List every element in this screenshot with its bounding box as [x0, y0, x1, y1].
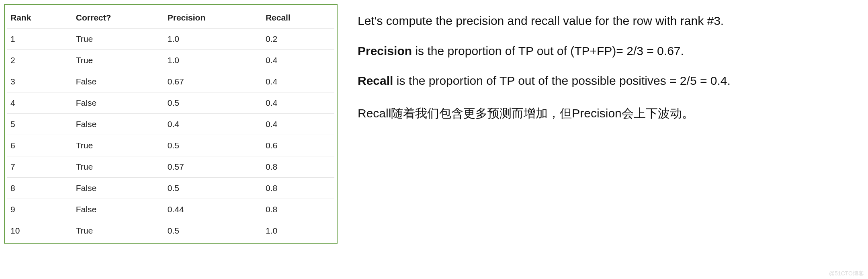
cjk-summary: Recall随着我们包含更多预测而增加，但Precision会上下波动。 — [358, 103, 848, 123]
precision-explanation: Precision is the proportion of TP out of… — [358, 43, 848, 59]
cell-rank: 10 — [7, 220, 73, 242]
precision-label: Precision — [358, 44, 412, 57]
cell-rank: 5 — [7, 114, 73, 135]
cell-recall: 0.8 — [262, 156, 334, 178]
recall-label: Recall — [358, 74, 393, 87]
cell-rank: 9 — [7, 199, 73, 220]
cell-precision: 1.0 — [164, 29, 262, 50]
table-row: 3False0.670.4 — [7, 71, 334, 92]
cell-rank: 1 — [7, 29, 73, 50]
cell-recall: 0.8 — [262, 178, 334, 199]
precision-body: is the proportion of TP out of (TP+FP)= … — [412, 44, 684, 57]
precision-recall-table: Rank Correct? Precision Recall 1True1.00… — [7, 7, 334, 241]
cell-correct: True — [73, 50, 164, 71]
table-row: 1True1.00.2 — [7, 29, 334, 50]
table-row: 4False0.50.4 — [7, 92, 334, 114]
table-row: 9False0.440.8 — [7, 199, 334, 220]
cell-precision: 0.5 — [164, 135, 262, 156]
explanation-panel: Let's compute the precision and recall v… — [338, 4, 864, 275]
cell-rank: 3 — [7, 71, 73, 92]
cell-precision: 0.44 — [164, 199, 262, 220]
cell-precision: 0.4 — [164, 114, 262, 135]
cell-rank: 8 — [7, 178, 73, 199]
header-correct: Correct? — [73, 7, 164, 29]
table-border: Rank Correct? Precision Recall 1True1.00… — [4, 4, 338, 244]
cell-recall: 0.4 — [262, 92, 334, 114]
cell-rank: 6 — [7, 135, 73, 156]
table-row: 2True1.00.4 — [7, 50, 334, 71]
cell-precision: 0.5 — [164, 220, 262, 242]
table-row: 8False0.50.8 — [7, 178, 334, 199]
cell-correct: True — [73, 156, 164, 178]
watermark-text: @51CTO博客 — [829, 270, 864, 277]
header-precision: Precision — [164, 7, 262, 29]
cell-recall: 0.4 — [262, 71, 334, 92]
cell-correct: False — [73, 199, 164, 220]
intro-text: Let's compute the precision and recall v… — [358, 13, 848, 29]
cell-rank: 4 — [7, 92, 73, 114]
table-panel: Rank Correct? Precision Recall 1True1.00… — [4, 4, 338, 275]
cell-rank: 2 — [7, 50, 73, 71]
cell-recall: 0.4 — [262, 114, 334, 135]
cell-correct: False — [73, 71, 164, 92]
cell-recall: 0.6 — [262, 135, 334, 156]
cell-precision: 1.0 — [164, 50, 262, 71]
table-row: 10True0.51.0 — [7, 220, 334, 242]
cell-recall: 0.4 — [262, 50, 334, 71]
table-row: 5False0.40.4 — [7, 114, 334, 135]
cell-precision: 0.5 — [164, 92, 262, 114]
header-rank: Rank — [7, 7, 73, 29]
cell-recall: 0.2 — [262, 29, 334, 50]
cell-correct: True — [73, 220, 164, 242]
table-row: 7True0.570.8 — [7, 156, 334, 178]
recall-explanation: Recall is the proportion of TP out of th… — [358, 73, 848, 89]
cell-rank: 7 — [7, 156, 73, 178]
recall-body: is the proportion of TP out of the possi… — [393, 74, 730, 87]
table-header-row: Rank Correct? Precision Recall — [7, 7, 334, 29]
cell-correct: False — [73, 92, 164, 114]
cell-precision: 0.5 — [164, 178, 262, 199]
cell-correct: True — [73, 135, 164, 156]
cell-correct: True — [73, 29, 164, 50]
cell-precision: 0.67 — [164, 71, 262, 92]
cell-correct: False — [73, 114, 164, 135]
header-recall: Recall — [262, 7, 334, 29]
cell-correct: False — [73, 178, 164, 199]
cell-recall: 0.8 — [262, 199, 334, 220]
table-row: 6True0.50.6 — [7, 135, 334, 156]
cell-recall: 1.0 — [262, 220, 334, 242]
cell-precision: 0.57 — [164, 156, 262, 178]
